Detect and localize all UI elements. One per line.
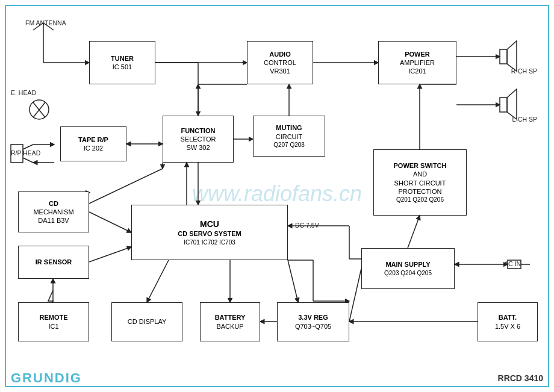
mcu-block: MCU CD SERVO SYSTEM IC701 IC702 IC703: [131, 205, 288, 260]
audio-control-block: AUDIO CONTROL VR301: [247, 41, 313, 84]
main-supply-block: MAIN SUPPLY Q203 Q204 Q205: [361, 248, 455, 289]
reg-3v3-block: 3.3V REG Q703~Q705: [277, 302, 349, 341]
fm-antenna-label: FM ANTENNA: [25, 19, 66, 26]
ir-sensor-block: IR SENSOR: [18, 246, 89, 279]
cd-mechanism-block: CD MECHANISM DA11 B3V: [18, 191, 89, 232]
batt-block: BATT. 1.5V X 6: [478, 302, 538, 341]
cd-display-block: CD DISPLAY: [111, 302, 182, 341]
function-selector-block: FUNCTION SELECTOR SW 302: [163, 116, 234, 163]
model-number: RRCD 3410: [498, 373, 543, 383]
footer: GRUNDIG RRCD 3410: [11, 370, 543, 386]
battery-backup-block: BATTERY BACKUP: [200, 302, 260, 341]
rch-sp-label: R-CH SP: [511, 67, 537, 75]
tuner-block: TUNER IC 501: [89, 41, 155, 84]
remote-ic1-block: REMOTE IC1: [18, 302, 89, 341]
lch-sp-label: L-CH SP: [512, 116, 537, 123]
muting-block: MUTING CIRCUIT Q207 Q208: [253, 116, 325, 157]
dc75-label: DC 7.5V: [295, 222, 319, 229]
ac-in-label: AC IN: [504, 260, 521, 267]
power-amp-block: POWER AMPLIFIER IC201: [378, 41, 456, 84]
rp-head-label: R/P HEAD: [11, 149, 40, 157]
tape-rp-block: TAPE R/P IC 202: [60, 126, 126, 161]
brand-logo: GRUNDIG: [11, 370, 82, 386]
e-head-label: E. HEAD: [11, 89, 36, 96]
power-switch-block: POWER SWITCH AND SHORT CIRCUIT PROTECTIO…: [373, 149, 467, 216]
